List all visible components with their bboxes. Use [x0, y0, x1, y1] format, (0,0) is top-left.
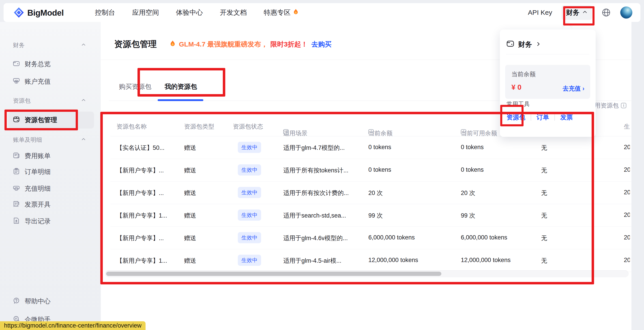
- cell-name: 【实名认证】50...: [116, 144, 164, 152]
- cell-frozen: 无: [531, 144, 558, 152]
- col-header-name: 资源包名称: [116, 123, 147, 131]
- cell-effective-clipped: 20: [624, 211, 630, 218]
- info-icon[interactable]: i: [368, 129, 374, 135]
- banner-buy-link[interactable]: 去购买: [311, 40, 332, 49]
- filter-label-partial: 用资源包 i: [594, 102, 626, 110]
- sidebar-section-label: 账单及明细: [13, 136, 42, 144]
- sidebar-item-label: 资源包管理: [25, 116, 57, 125]
- cell-name: 【新用户专享】...: [116, 189, 164, 197]
- sidebar-item-export-records[interactable]: 导出记录: [0, 213, 101, 230]
- chevron-up-icon: [81, 136, 86, 143]
- banner-highlight-text: GLM-4.7 最强旗舰重磅发布，: [179, 40, 268, 49]
- sidebar-item-expense-bill[interactable]: 费用账单: [0, 148, 101, 165]
- balance-label: 当前余额: [512, 70, 536, 78]
- horizontal-scrollbar-track[interactable]: [105, 270, 628, 277]
- nav-item-docs[interactable]: 开发文档: [220, 8, 247, 17]
- horizontal-scrollbar-thumb[interactable]: [106, 272, 441, 276]
- sidebar-item-recharge-detail[interactable]: 充值明细: [0, 180, 101, 197]
- chevron-right-icon: [536, 40, 541, 48]
- sidebar-item-help-center[interactable]: 帮助中心: [0, 293, 101, 310]
- cell-name: 【新用户专享】...: [116, 234, 164, 242]
- status-badge: 生效中: [238, 164, 261, 175]
- sidebar-item-finance-overview[interactable]: 财务总览: [0, 56, 101, 73]
- vertical-divider: [554, 114, 555, 121]
- col-header-status: 资源包状态: [233, 123, 263, 131]
- cell-frozen: 无: [531, 189, 558, 197]
- recharge-icon: [12, 77, 20, 86]
- cell-name: 【新用户专享】...: [116, 166, 164, 174]
- nav-item-experience[interactable]: 体验中心: [176, 8, 203, 17]
- order-icon: [12, 167, 20, 177]
- table-row: 【新用户专享】... 赠送 生效中 适用于所有按次计费的... 20 次 20 …: [110, 181, 632, 204]
- tool-link-orders[interactable]: 订单: [536, 113, 549, 122]
- cell-balance: 99 次: [368, 211, 383, 220]
- recharge-detail-icon: [12, 184, 20, 193]
- bill-icon: [12, 152, 20, 161]
- cell-balance: 20 次: [368, 189, 383, 197]
- cell-effective-clipped: 20: [624, 257, 630, 264]
- cell-type: 赠送: [184, 166, 196, 174]
- cell-name: 【新用户专享】1...: [116, 257, 167, 265]
- sidebar-item-resource-pack-management[interactable]: 资源包管理: [8, 112, 94, 129]
- cell-balance: 6,000,000 tokens: [368, 234, 415, 241]
- cell-scene: 适用于glm-4.6v模型的...: [283, 234, 348, 242]
- sidebar-section-bills[interactable]: 账单及明细: [0, 134, 101, 146]
- table-row: 【实名认证】50... 赠送 生效中 适用于glm-4.7模型的... 0 to…: [110, 136, 632, 159]
- active-tab-underline: [158, 99, 203, 101]
- recharge-link[interactable]: 去充值 ›: [563, 85, 585, 93]
- logo-text: BigModel: [27, 8, 64, 18]
- chevron-up-icon: [582, 9, 588, 16]
- cell-type: 赠送: [184, 189, 196, 197]
- cell-balance: 0 tokens: [368, 166, 391, 173]
- filter-label-text: 用资源包: [594, 102, 619, 110]
- top-navigation-bar: BigModel 控制台 应用空间 体验中心 开发文档 特惠专区 API Key…: [4, 3, 640, 22]
- bigmodel-logo[interactable]: BigModel: [14, 7, 64, 19]
- sidebar-item-account-recharge[interactable]: 账户充值: [0, 73, 101, 90]
- tool-link-invoice[interactable]: 发票: [560, 113, 573, 122]
- info-icon[interactable]: i: [621, 103, 626, 108]
- cell-scene: 适用于glm-4.5-air模...: [283, 257, 342, 265]
- cell-scene: 适用于search-std,sea...: [283, 211, 346, 220]
- avatar[interactable]: [620, 6, 632, 18]
- cell-scene: 适用于所有按次计费的...: [283, 189, 349, 197]
- cell-effective-clipped: 20: [624, 189, 630, 196]
- finance-menu-button[interactable]: 财务: [562, 5, 592, 20]
- nav-item-deals[interactable]: 特惠专区: [264, 8, 299, 17]
- info-icon[interactable]: i: [283, 129, 289, 135]
- status-badge: 生效中: [238, 187, 261, 198]
- tool-link-resource-pack[interactable]: 资源包: [506, 113, 525, 122]
- dropdown-finance-heading[interactable]: 财务: [506, 39, 541, 50]
- nav-item-app-space[interactable]: 应用空间: [132, 8, 159, 17]
- nav-item-deals-label: 特惠专区: [264, 8, 291, 17]
- sidebar-item-label: 帮助中心: [25, 297, 50, 306]
- nav-item-console[interactable]: 控制台: [95, 8, 115, 17]
- cell-type: 赠送: [184, 257, 196, 265]
- status-badge: 生效中: [238, 142, 261, 153]
- api-key-link[interactable]: API Key: [528, 9, 552, 16]
- finance-dropdown-panel: 财务 当前余额 ¥ 0 去充值 › 常用工具 资源包 订单 发票: [500, 29, 596, 137]
- flame-icon: [169, 40, 176, 49]
- cell-scene: 适用于所有按tokens计...: [283, 166, 348, 174]
- tab-buy-resource-pack[interactable]: 购买资源包: [119, 82, 151, 91]
- globe-icon[interactable]: [602, 8, 611, 17]
- banner-deal-text: 限时3折起！: [270, 40, 308, 49]
- sidebar-item-label: 充值明细: [25, 184, 50, 193]
- balance-value: ¥ 0: [512, 83, 521, 91]
- finance-menu-label: 财务: [566, 8, 580, 17]
- sidebar-section-resource-pack[interactable]: 资源包: [0, 94, 101, 107]
- chevron-up-icon: [81, 42, 86, 49]
- tab-my-resource-pack[interactable]: 我的资源包: [164, 82, 197, 91]
- main-nav: 控制台 应用空间 体验中心 开发文档 特惠专区: [95, 3, 299, 22]
- info-icon[interactable]: i: [461, 129, 466, 135]
- wallet-icon: [506, 39, 514, 50]
- col-header-type: 资源包类型: [184, 123, 214, 131]
- sidebar-section-finance[interactable]: 财务: [0, 39, 101, 51]
- cell-available: 0 tokens: [461, 166, 484, 173]
- sidebar-item-invoice[interactable]: 发票开具: [0, 196, 101, 213]
- dropdown-finance-label: 财务: [518, 40, 532, 49]
- table-row: 【新用户专享】... 赠送 生效中 适用于glm-4.6v模型的... 6,00…: [110, 227, 632, 249]
- chevron-up-icon: [81, 97, 86, 104]
- sidebar-item-order-detail[interactable]: 订单明细: [0, 164, 101, 180]
- export-icon: [12, 217, 20, 226]
- cell-available: 12,000,000 tokens: [461, 257, 510, 264]
